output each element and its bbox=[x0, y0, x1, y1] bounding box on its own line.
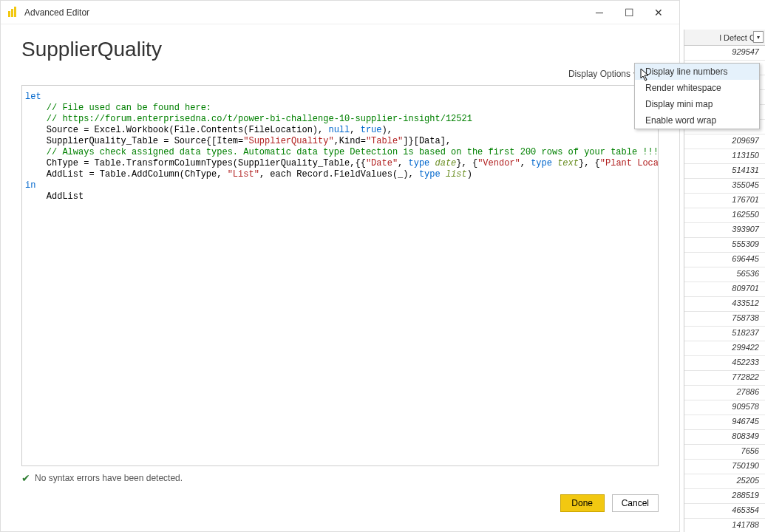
status-bar: ✔ No syntax errors have been detected. bbox=[21, 466, 659, 490]
code-editor[interactable]: let // File used can be found here: // h… bbox=[21, 85, 659, 466]
check-icon: ✔ bbox=[21, 472, 30, 484]
table-cell[interactable]: 27886 bbox=[684, 386, 765, 400]
titlebar: Advanced Editor ─ ☐ ✕ bbox=[1, 1, 679, 24]
dialog-buttons: Done Cancel bbox=[21, 490, 659, 522]
table-cell[interactable]: 393907 bbox=[684, 223, 765, 238]
table-cell[interactable]: 929547 bbox=[684, 46, 765, 61]
advanced-editor-window: Advanced Editor ─ ☐ ✕ SupplierQuality Di… bbox=[0, 0, 680, 532]
table-cell[interactable]: 7656 bbox=[684, 445, 765, 460]
done-button[interactable]: Done bbox=[560, 494, 605, 512]
query-name[interactable]: SupplierQuality bbox=[21, 38, 659, 61]
app-icon bbox=[7, 7, 18, 18]
display-options-menu: Display line numbers Render whitespace D… bbox=[634, 63, 760, 129]
table-cell[interactable]: 909578 bbox=[684, 400, 765, 415]
table-cell[interactable]: 696445 bbox=[684, 253, 765, 267]
menu-item-display-mini-map[interactable]: Display mini map bbox=[635, 96, 759, 112]
table-cell[interactable]: 25205 bbox=[684, 474, 765, 489]
table-cell[interactable]: 946745 bbox=[684, 415, 765, 430]
table-cell[interactable]: 465354 bbox=[684, 504, 765, 519]
display-options-dropdown[interactable]: Display Options ▾ bbox=[568, 69, 638, 79]
cancel-button[interactable]: Cancel bbox=[612, 494, 659, 512]
display-options-label: Display Options bbox=[568, 69, 630, 79]
editor-toolbar: Display Options ▾ ? bbox=[21, 67, 659, 81]
status-text: No syntax errors have been detected. bbox=[35, 473, 183, 483]
table-cell[interactable]: 176701 bbox=[684, 194, 765, 208]
table-cell[interactable]: 808349 bbox=[684, 430, 765, 445]
table-cell[interactable]: 433512 bbox=[684, 297, 765, 312]
window-title: Advanced Editor bbox=[24, 7, 89, 18]
table-cell[interactable]: 141788 bbox=[684, 519, 765, 532]
svg-rect-0 bbox=[8, 11, 10, 17]
table-cell[interactable]: 750190 bbox=[684, 460, 765, 474]
table-cell[interactable]: 758738 bbox=[684, 312, 765, 327]
table-cell[interactable]: 56536 bbox=[684, 267, 765, 282]
table-cell[interactable]: 518237 bbox=[684, 327, 765, 341]
column-header-defect-qty[interactable]: l Defect Qty ▾ bbox=[684, 30, 765, 46]
maximize-button[interactable]: ☐ bbox=[614, 2, 644, 23]
table-cell[interactable]: 162550 bbox=[684, 208, 765, 223]
table-cell[interactable]: 209697 bbox=[684, 134, 765, 149]
menu-item-enable-word-wrap[interactable]: Enable word wrap bbox=[635, 112, 759, 129]
table-cell[interactable]: 288519 bbox=[684, 489, 765, 504]
editor-content: SupplierQuality Display Options ▾ ? let … bbox=[1, 24, 679, 531]
close-button[interactable]: ✕ bbox=[644, 2, 673, 23]
table-cell[interactable]: 555309 bbox=[684, 238, 765, 253]
table-cell[interactable]: 514131 bbox=[684, 164, 765, 179]
table-cell[interactable]: 113150 bbox=[684, 149, 765, 164]
minimize-button[interactable]: ─ bbox=[585, 2, 614, 23]
column-filter-dropdown[interactable]: ▾ bbox=[753, 31, 764, 43]
window-controls: ─ ☐ ✕ bbox=[585, 2, 673, 23]
svg-rect-2 bbox=[14, 7, 16, 17]
menu-item-display-line-numbers[interactable]: Display line numbers bbox=[635, 64, 759, 80]
table-cell[interactable]: 809701 bbox=[684, 282, 765, 297]
table-cell[interactable]: 452233 bbox=[684, 356, 765, 371]
menu-item-render-whitespace[interactable]: Render whitespace bbox=[635, 80, 759, 96]
table-cell[interactable]: 772822 bbox=[684, 371, 765, 386]
table-cell[interactable]: 355045 bbox=[684, 179, 765, 194]
table-cell[interactable]: 299422 bbox=[684, 341, 765, 356]
svg-rect-1 bbox=[11, 9, 13, 17]
